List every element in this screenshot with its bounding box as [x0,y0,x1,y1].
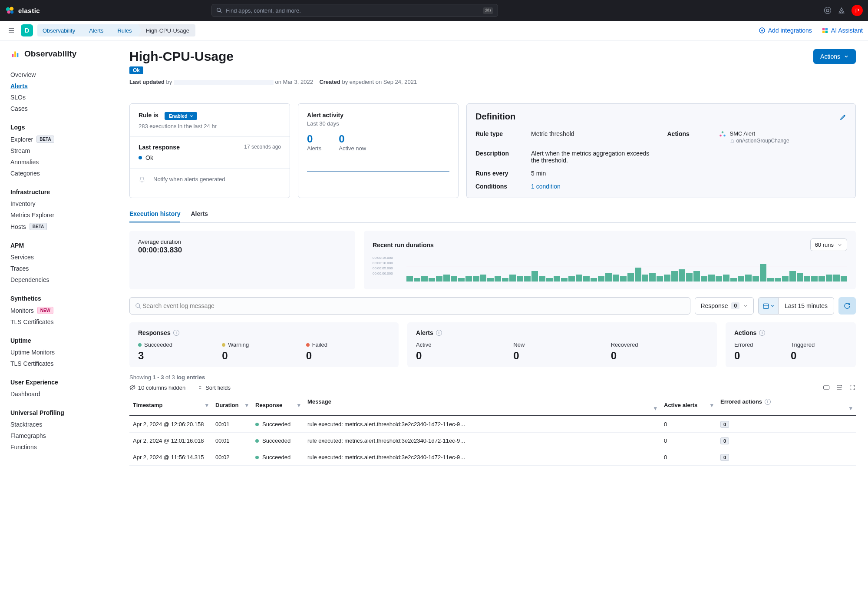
user-avatar[interactable]: P [851,5,863,16]
table-row[interactable]: Apr 2, 2024 @ 12:06:20.15800:01Succeeded… [129,416,856,433]
sidebar-item-anomalies[interactable]: Anomalies [10,156,106,168]
sidebar-group-universal-profiling: Universal Profiling [10,409,106,416]
info-icon[interactable]: i [765,399,771,405]
sidebar-item-stacktraces[interactable]: Stacktraces [10,419,106,430]
def-conditions-label: Conditions [475,183,523,190]
responses-stat-card: Responsesi Succeeded3Warning0Failed0 [129,322,399,367]
response-filter-count: 0 [731,302,739,309]
th-message[interactable]: Message▾ [304,394,660,416]
crumb-observability[interactable]: Observability [37,24,81,36]
ai-sparkle-icon [822,27,828,34]
info-icon[interactable]: i [173,330,179,336]
th-timestamp[interactable]: Timestamp ▾ [129,394,212,416]
pencil-icon[interactable] [840,113,847,120]
sidebar-item-traces[interactable]: Traces [10,263,106,274]
svg-point-7 [826,9,829,12]
columns-hidden-button[interactable]: 10 columns hidden [129,384,185,391]
badge-beta: BETA [30,223,47,230]
sidebar-item-monitors[interactable]: MonitorsNEW [10,305,106,316]
chevron-down-icon [743,303,748,308]
sidebar-item-categories[interactable]: Categories [10,168,106,179]
sidebar-item-overview[interactable]: Overview [10,69,106,80]
elastic-logo[interactable]: elastic [5,6,40,15]
chart-bar [502,278,508,282]
chart-bar [745,275,752,282]
global-search[interactable]: Find apps, content, and more. ⌘/ [211,4,498,17]
density-icon[interactable] [836,384,843,391]
status-dot [222,343,225,347]
sidebar-group-user-experience: User Experience [10,379,106,386]
sidebar-item-inventory[interactable]: Inventory [10,198,106,209]
svg-rect-19 [14,52,16,57]
sidebar-item-dependencies[interactable]: Dependencies [10,274,106,285]
sidebar-item-hosts[interactable]: HostsBETA [10,221,106,232]
svg-rect-16 [822,31,825,33]
refresh-button[interactable] [838,297,856,315]
fullscreen-icon[interactable] [849,384,856,391]
crumb-alerts[interactable]: Alerts [81,24,109,36]
th-active-alerts[interactable]: Active alerts ▾ [660,394,717,416]
nav-toggle[interactable] [5,24,17,36]
table-row[interactable]: Apr 2, 2024 @ 11:56:14.31500:02Succeeded… [129,449,856,466]
runs-select[interactable]: 60 runs [810,238,847,251]
chart-bar [539,276,545,282]
conditions-link[interactable]: 1 condition [531,183,660,190]
run-duration-chart: 00:00:15.000 00:00:10.000 00:00:05.000 0… [373,255,847,282]
sidebar-item-stream[interactable]: Stream [10,145,106,156]
add-integrations-link[interactable]: Add integrations [759,27,812,34]
svg-rect-29 [823,386,829,389]
def-rule-type-label: Rule type [475,130,523,144]
plus-cloud-icon [759,27,766,34]
tab-alerts[interactable]: Alerts [191,210,208,222]
sidebar-item-metrics-explorer[interactable]: Metrics Explorer [10,209,106,221]
space-selector[interactable]: D [21,24,33,36]
sidebar-item-slos[interactable]: SLOs [10,92,106,103]
keyboard-icon[interactable] [823,384,830,391]
tab-execution-history[interactable]: Execution history [129,210,180,222]
info-icon[interactable]: i [436,330,442,336]
stat-active: Active0 [416,341,513,362]
status-dot [139,156,142,159]
sort-fields-button[interactable]: Sort fields [198,384,231,391]
sidebar-item-tls-certificates[interactable]: TLS Certificates [10,316,106,328]
chevron-down-icon [770,304,775,308]
sidebar-item-dashboard[interactable]: Dashboard [10,388,106,400]
table-row[interactable]: Apr 2, 2024 @ 12:01:16.01800:01Succeeded… [129,433,856,449]
date-range-text[interactable]: Last 15 minutes [778,297,834,315]
sidebar-item-cases[interactable]: Cases [10,103,106,114]
th-errored-actions[interactable]: Errored actionsi ▾ [717,394,856,416]
chart-bar [664,275,670,282]
actions-button[interactable]: Actions [813,49,856,64]
calendar-icon-button[interactable] [758,297,778,315]
chart-bar [686,273,693,282]
chart-bar [414,278,420,282]
actions-label: Actions [820,53,840,60]
add-integrations-label: Add integrations [768,27,812,34]
log-search-field[interactable] [142,302,685,310]
chart-bar [789,271,796,282]
search-icon [135,303,142,309]
search-placeholder: Find apps, content, and more. [226,7,301,14]
errored-actions-badge: 0 [720,421,729,428]
sidebar-item-flamegraphs[interactable]: Flamegraphs [10,430,106,441]
sidebar-item-tls-certificates[interactable]: TLS Certificates [10,358,106,369]
info-icon[interactable]: i [759,330,765,336]
help-icon[interactable] [824,7,832,14]
sidebar-item-functions[interactable]: Functions [10,441,106,453]
sidebar-item-explorer[interactable]: ExplorerBETA [10,133,106,145]
newsfeed-icon[interactable] [838,7,845,14]
ai-assistant-link[interactable]: AI Assistant [822,27,863,34]
date-picker[interactable]: Last 15 minutes [758,297,834,315]
chart-bar [554,276,560,282]
crumb-rules[interactable]: Rules [109,24,138,36]
th-response[interactable]: Response ▾ [252,394,304,416]
chart-bar [613,275,619,282]
sidebar-item-services[interactable]: Services [10,252,106,263]
enabled-toggle[interactable]: Enabled [165,112,197,120]
response-filter[interactable]: Response 0 [695,297,754,315]
sidebar-item-alerts[interactable]: Alerts [10,80,106,92]
chart-bar [568,276,575,282]
log-search-input[interactable] [129,297,690,315]
sidebar-item-uptime-monitors[interactable]: Uptime Monitors [10,347,106,358]
th-duration[interactable]: Duration ▾ [212,394,252,416]
